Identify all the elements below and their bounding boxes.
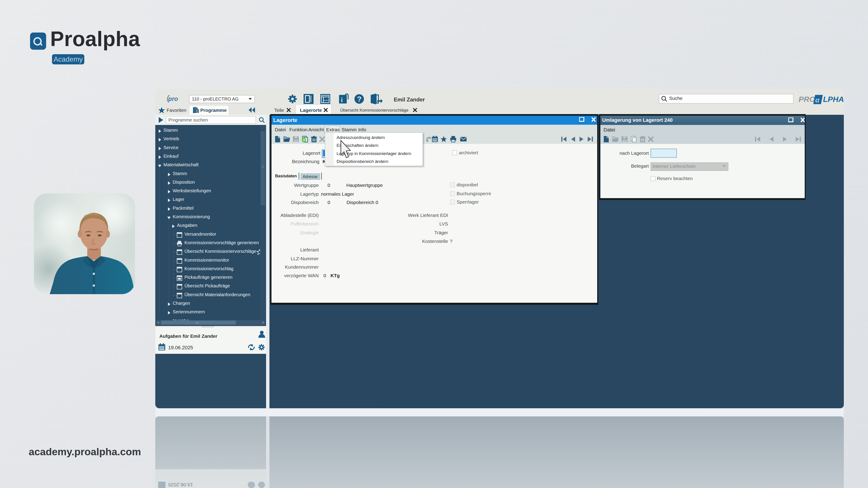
svg-text:?: ? xyxy=(357,95,362,103)
svg-text:pro: pro xyxy=(168,96,178,102)
svg-text:i: i xyxy=(341,96,343,103)
svg-text:LPHA: LPHA xyxy=(823,95,844,103)
svg-text:α: α xyxy=(815,96,819,104)
svg-text:PRO: PRO xyxy=(799,95,815,103)
